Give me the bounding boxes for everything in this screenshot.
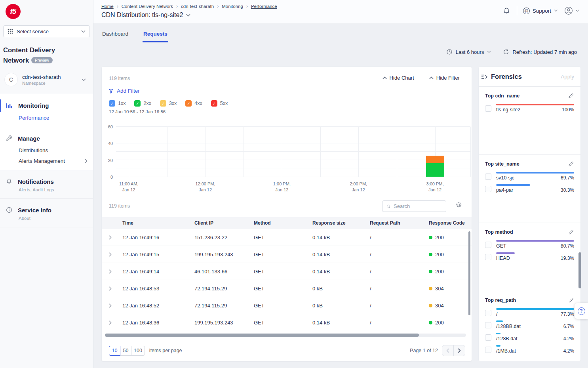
- breadcrumb-monitoring[interactable]: Monitoring: [222, 4, 243, 9]
- forensics-panel: Forensics Apply Top cdn_name tls-ng-site…: [478, 67, 581, 361]
- chevron-down-icon[interactable]: [186, 14, 190, 17]
- table-horizontal-scrollbar[interactable]: [105, 334, 466, 337]
- time-range-dropdown[interactable]: Last 6 hours: [446, 49, 491, 55]
- forensics-item-checkbox[interactable]: [485, 242, 491, 248]
- table-row[interactable]: 12 Jan 16:48:36 199.195.193.243 GET 0.14…: [102, 314, 472, 331]
- forensics-item-checkbox[interactable]: [485, 254, 491, 260]
- apply-button[interactable]: Apply: [561, 74, 574, 80]
- table-row[interactable]: 12 Jan 16:49:15 199.195.193.243 GET 0.14…: [102, 246, 472, 263]
- forensics-item-body: /128B.dat 4.2%: [496, 333, 574, 341]
- column-header-method[interactable]: Method: [254, 220, 312, 226]
- row-expander[interactable]: [109, 286, 122, 291]
- hide-filter-label: Hide Filter: [436, 75, 460, 81]
- percentage-bar: [496, 172, 574, 174]
- checkbox-checked-icon[interactable]: ✓: [185, 100, 192, 107]
- chart-date-range: 12 Jan 10:56 - 12 Jan 16:56: [109, 109, 166, 114]
- breadcrumb-cdn[interactable]: Content Delivery Network: [122, 4, 173, 9]
- status-filter-checkbox[interactable]: ✓ 1xx: [109, 100, 126, 107]
- status-filter-checkbox[interactable]: ✓ 2xx: [134, 100, 151, 107]
- previous-page-button[interactable]: [442, 345, 454, 356]
- account-menu[interactable]: [564, 6, 579, 15]
- page-vertical-scrollbar[interactable]: [578, 252, 581, 288]
- next-page-button[interactable]: [453, 345, 465, 356]
- percentage-bar: [496, 104, 574, 105]
- sidebar-item-distributions[interactable]: Distributions: [0, 144, 93, 154]
- forensics-item-name: /128B.dat: [496, 336, 518, 341]
- chevron-up-icon: [429, 76, 434, 79]
- table-row[interactable]: 12 Jan 16:48:52 72.194.115.29 GET 0 kB /…: [102, 297, 472, 314]
- bell-icon[interactable]: [502, 7, 511, 15]
- checkbox-checked-icon[interactable]: ✓: [109, 100, 115, 107]
- row-expander[interactable]: [109, 252, 122, 257]
- scrollbar-thumb[interactable]: [105, 334, 419, 337]
- tab-requests[interactable]: Requests: [143, 29, 168, 42]
- column-header-request-path[interactable]: Request Path: [370, 220, 429, 226]
- f5-logo: f5: [6, 4, 21, 19]
- table-row[interactable]: 12 Jan 16:49:16 151.236.23.22 GET 0.14 k…: [102, 229, 472, 246]
- checkbox-checked-icon[interactable]: ✓: [211, 100, 217, 107]
- response-code-value: 200: [435, 252, 444, 257]
- page-size-option-100[interactable]: 100: [131, 346, 145, 356]
- sidebar-item-performance[interactable]: Performance: [0, 111, 93, 122]
- status-filter-checkbox[interactable]: ✓ 5xx: [211, 100, 228, 107]
- cell-time: 12 Jan 16:48:53: [122, 286, 194, 292]
- forensics-item: tls-ng-site2 100%: [485, 104, 574, 112]
- namespace-selector[interactable]: C cdn-test-sharath Namespace: [2, 71, 91, 88]
- edit-pencil-icon[interactable]: [568, 161, 574, 167]
- forensics-item-checkbox[interactable]: [485, 310, 491, 316]
- forensics-item-checkbox[interactable]: [485, 322, 491, 328]
- forensics-item-checkbox[interactable]: [485, 105, 491, 112]
- cell-request-path: /: [370, 320, 429, 326]
- add-filter-button[interactable]: Add Filter: [108, 88, 140, 94]
- table-settings-button[interactable]: [455, 202, 462, 208]
- forensics-item-checkbox[interactable]: [485, 174, 491, 180]
- status-filter-checkbox[interactable]: ✓ 4xx: [185, 100, 202, 107]
- row-expander[interactable]: [109, 269, 122, 274]
- tab-dashboard[interactable]: Dashboard: [101, 29, 129, 42]
- refresh-button[interactable]: Refresh: Updated 7 min ago: [503, 49, 577, 55]
- row-expander[interactable]: [109, 235, 122, 240]
- bar-chart-icon: [6, 102, 13, 109]
- column-header-response-size[interactable]: Response size: [312, 220, 370, 226]
- table-row[interactable]: 12 Jan 16:48:53 72.194.115.29 GET 0 kB /…: [102, 280, 472, 297]
- checkbox-checked-icon[interactable]: ✓: [160, 100, 166, 107]
- column-header-client-ip[interactable]: Client IP: [194, 220, 254, 226]
- breadcrumb-namespace[interactable]: cdn-test-sharath: [181, 4, 214, 9]
- breadcrumb-home[interactable]: Home: [101, 4, 114, 9]
- forensics-item-checkbox[interactable]: [485, 186, 491, 192]
- hide-chart-button[interactable]: Hide Chart: [382, 75, 414, 81]
- search-input[interactable]: [394, 203, 442, 209]
- breadcrumb-performance[interactable]: Performance: [251, 4, 277, 9]
- row-expander[interactable]: [109, 320, 122, 325]
- edit-pencil-icon[interactable]: [568, 297, 574, 303]
- sidebar-item-service-info[interactable]: Service Info: [0, 204, 93, 215]
- column-header-response-code[interactable]: Response Code: [429, 220, 472, 226]
- row-expander[interactable]: [109, 303, 122, 308]
- x-axis-tick-label: 11:00 AM,Jan 12: [113, 181, 145, 193]
- chart-plot-area: [116, 127, 470, 177]
- sidebar-item-monitoring[interactable]: Monitoring: [0, 100, 93, 111]
- select-service-dropdown[interactable]: Select service: [3, 25, 90, 37]
- status-filter-checkbox[interactable]: ✓ 3xx: [160, 100, 177, 107]
- column-header-time[interactable]: Time: [122, 220, 194, 226]
- page-size-option-50[interactable]: 50: [120, 346, 131, 356]
- sidebar-item-notifications[interactable]: Notifications: [0, 176, 93, 187]
- page-size-option-10[interactable]: 10: [109, 346, 120, 356]
- nav-section-notifications: Notifications Alerts, Audit Logs: [0, 170, 93, 199]
- checkbox-checked-icon[interactable]: ✓: [134, 100, 141, 107]
- forensics-item-checkbox[interactable]: [485, 334, 491, 341]
- forensics-item-checkbox[interactable]: [485, 347, 491, 353]
- cell-response-size: 0.14 kB: [312, 320, 370, 326]
- help-button[interactable]: ?: [575, 303, 588, 319]
- sidebar-item-manage[interactable]: Manage: [0, 133, 93, 144]
- support-menu[interactable]: @ Support: [523, 8, 558, 14]
- collapse-panel-icon[interactable]: [481, 74, 488, 80]
- hide-filter-button[interactable]: Hide Filter: [429, 75, 460, 81]
- table-row[interactable]: 12 Jan 16:49:14 46.101.133.66 GET 0.14 k…: [102, 263, 472, 280]
- sidebar-item-alerts-management[interactable]: Alerts Management: [0, 154, 93, 165]
- y-axis-tick-label: 60: [102, 124, 113, 129]
- table-vertical-scrollbar[interactable]: [468, 231, 470, 315]
- stacked-bar[interactable]: [426, 156, 444, 177]
- edit-pencil-icon[interactable]: [568, 93, 574, 99]
- edit-pencil-icon[interactable]: [568, 229, 574, 235]
